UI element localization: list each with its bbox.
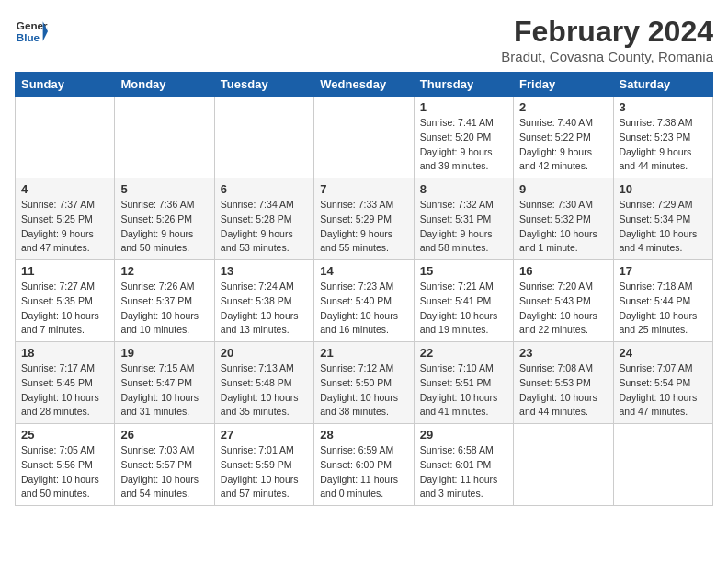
calendar-cell: 8Sunrise: 7:32 AMSunset: 5:31 PMDaylight… [414,178,513,260]
day-number: 1 [420,100,507,114]
day-info: Sunrise: 7:12 AMSunset: 5:50 PMDaylight:… [320,362,407,419]
day-info: Sunrise: 7:40 AMSunset: 5:22 PMDaylight:… [519,116,607,174]
day-number: 17 [620,264,707,278]
day-number: 13 [221,264,308,278]
header-row: Sunday Monday Tuesday Wednesday Thursday… [16,73,713,97]
calendar-cell: 15Sunrise: 7:21 AMSunset: 5:41 PMDayligh… [414,260,513,342]
day-info: Sunrise: 7:08 AMSunset: 5:53 PMDaylight:… [519,362,607,419]
calendar-cell: 20Sunrise: 7:13 AMSunset: 5:48 PMDayligh… [214,342,313,424]
day-number: 27 [221,428,308,442]
calendar-cell: 18Sunrise: 7:17 AMSunset: 5:45 PMDayligh… [16,342,115,424]
week-row-5: 25Sunrise: 7:05 AMSunset: 5:56 PMDayligh… [16,424,713,506]
svg-text:Blue: Blue [17,31,40,43]
calendar-cell [613,424,712,506]
day-number: 6 [221,182,308,196]
day-info: Sunrise: 7:17 AMSunset: 5:45 PMDaylight:… [21,362,108,419]
logo: General Blue [15,15,48,48]
week-row-3: 11Sunrise: 7:27 AMSunset: 5:35 PMDayligh… [16,260,713,342]
calendar-cell [115,97,214,178]
calendar-cell: 22Sunrise: 7:10 AMSunset: 5:51 PMDayligh… [414,342,513,424]
day-info: Sunrise: 7:07 AMSunset: 5:54 PMDaylight:… [620,362,707,419]
day-number: 10 [620,182,707,196]
day-info: Sunrise: 7:03 AMSunset: 5:57 PMDaylight:… [120,443,208,501]
calendar-cell: 6Sunrise: 7:34 AMSunset: 5:28 PMDaylight… [214,178,313,260]
day-info: Sunrise: 7:01 AMSunset: 5:59 PMDaylight:… [221,443,308,501]
week-row-4: 18Sunrise: 7:17 AMSunset: 5:45 PMDayligh… [16,342,713,424]
calendar-subtitle: Bradut, Covasna County, Romania [501,49,713,64]
day-info: Sunrise: 6:59 AMSunset: 6:00 PMDaylight:… [320,443,407,501]
calendar-cell: 2Sunrise: 7:40 AMSunset: 5:22 PMDaylight… [514,97,613,178]
day-info: Sunrise: 7:27 AMSunset: 5:35 PMDaylight:… [21,280,108,338]
col-saturday: Saturday [613,73,712,97]
calendar-cell: 29Sunrise: 6:58 AMSunset: 6:01 PMDayligh… [414,424,513,506]
day-info: Sunrise: 7:13 AMSunset: 5:48 PMDaylight:… [221,362,308,419]
day-info: Sunrise: 7:10 AMSunset: 5:51 PMDaylight:… [420,362,507,419]
day-number: 26 [120,428,208,442]
col-thursday: Thursday [414,73,513,97]
logo-icon: General Blue [15,15,48,48]
day-number: 9 [519,182,607,196]
calendar-cell: 13Sunrise: 7:24 AMSunset: 5:38 PMDayligh… [214,260,313,342]
calendar-cell: 3Sunrise: 7:38 AMSunset: 5:23 PMDaylight… [613,97,712,178]
day-number: 28 [320,428,407,442]
day-number: 8 [420,182,507,196]
day-number: 2 [519,100,607,114]
day-number: 18 [21,346,108,360]
day-info: Sunrise: 7:32 AMSunset: 5:31 PMDaylight:… [420,198,507,256]
day-number: 21 [320,346,407,360]
calendar-cell [214,97,313,178]
title-block: February 2024 Bradut, Covasna County, Ro… [501,15,713,64]
day-info: Sunrise: 7:21 AMSunset: 5:41 PMDaylight:… [420,280,507,338]
calendar-cell [16,97,115,178]
day-info: Sunrise: 7:36 AMSunset: 5:26 PMDaylight:… [120,198,208,256]
calendar-cell: 27Sunrise: 7:01 AMSunset: 5:59 PMDayligh… [214,424,313,506]
calendar-cell: 7Sunrise: 7:33 AMSunset: 5:29 PMDaylight… [314,178,414,260]
day-info: Sunrise: 7:24 AMSunset: 5:38 PMDaylight:… [221,280,308,338]
day-number: 3 [620,100,707,114]
calendar-cell: 21Sunrise: 7:12 AMSunset: 5:50 PMDayligh… [314,342,414,424]
calendar-cell: 25Sunrise: 7:05 AMSunset: 5:56 PMDayligh… [16,424,115,506]
calendar-cell: 17Sunrise: 7:18 AMSunset: 5:44 PMDayligh… [613,260,712,342]
calendar-cell [314,97,414,178]
day-number: 16 [519,264,607,278]
day-number: 23 [519,346,607,360]
day-number: 25 [21,428,108,442]
calendar-cell: 28Sunrise: 6:59 AMSunset: 6:00 PMDayligh… [314,424,414,506]
day-number: 15 [420,264,507,278]
day-number: 22 [420,346,507,360]
calendar-cell: 12Sunrise: 7:26 AMSunset: 5:37 PMDayligh… [115,260,214,342]
day-info: Sunrise: 6:58 AMSunset: 6:01 PMDaylight:… [420,443,507,501]
day-info: Sunrise: 7:33 AMSunset: 5:29 PMDaylight:… [320,198,407,256]
calendar-cell: 26Sunrise: 7:03 AMSunset: 5:57 PMDayligh… [115,424,214,506]
day-number: 4 [21,182,108,196]
day-info: Sunrise: 7:26 AMSunset: 5:37 PMDaylight:… [120,280,208,338]
page-header: General Blue February 2024 Bradut, Covas… [15,15,713,64]
calendar-cell [514,424,613,506]
calendar-cell: 19Sunrise: 7:15 AMSunset: 5:47 PMDayligh… [115,342,214,424]
day-info: Sunrise: 7:38 AMSunset: 5:23 PMDaylight:… [620,116,707,174]
calendar-cell: 1Sunrise: 7:41 AMSunset: 5:20 PMDaylight… [414,97,513,178]
day-number: 29 [420,428,507,442]
day-info: Sunrise: 7:20 AMSunset: 5:43 PMDaylight:… [519,280,607,338]
day-number: 20 [221,346,308,360]
calendar-cell: 9Sunrise: 7:30 AMSunset: 5:32 PMDaylight… [514,178,613,260]
day-number: 14 [320,264,407,278]
day-info: Sunrise: 7:37 AMSunset: 5:25 PMDaylight:… [21,198,108,256]
col-wednesday: Wednesday [314,73,414,97]
day-info: Sunrise: 7:30 AMSunset: 5:32 PMDaylight:… [519,198,607,256]
day-info: Sunrise: 7:34 AMSunset: 5:28 PMDaylight:… [221,198,308,256]
calendar-cell: 23Sunrise: 7:08 AMSunset: 5:53 PMDayligh… [514,342,613,424]
day-info: Sunrise: 7:29 AMSunset: 5:34 PMDaylight:… [620,198,707,256]
day-number: 7 [320,182,407,196]
calendar-cell: 10Sunrise: 7:29 AMSunset: 5:34 PMDayligh… [613,178,712,260]
calendar-table: Sunday Monday Tuesday Wednesday Thursday… [15,72,713,506]
col-tuesday: Tuesday [214,73,313,97]
day-info: Sunrise: 7:18 AMSunset: 5:44 PMDaylight:… [620,280,707,338]
calendar-cell: 11Sunrise: 7:27 AMSunset: 5:35 PMDayligh… [16,260,115,342]
calendar-cell: 16Sunrise: 7:20 AMSunset: 5:43 PMDayligh… [514,260,613,342]
calendar-cell: 14Sunrise: 7:23 AMSunset: 5:40 PMDayligh… [314,260,414,342]
day-info: Sunrise: 7:15 AMSunset: 5:47 PMDaylight:… [120,362,208,419]
day-info: Sunrise: 7:41 AMSunset: 5:20 PMDaylight:… [420,116,507,174]
calendar-cell: 24Sunrise: 7:07 AMSunset: 5:54 PMDayligh… [613,342,712,424]
day-number: 24 [620,346,707,360]
